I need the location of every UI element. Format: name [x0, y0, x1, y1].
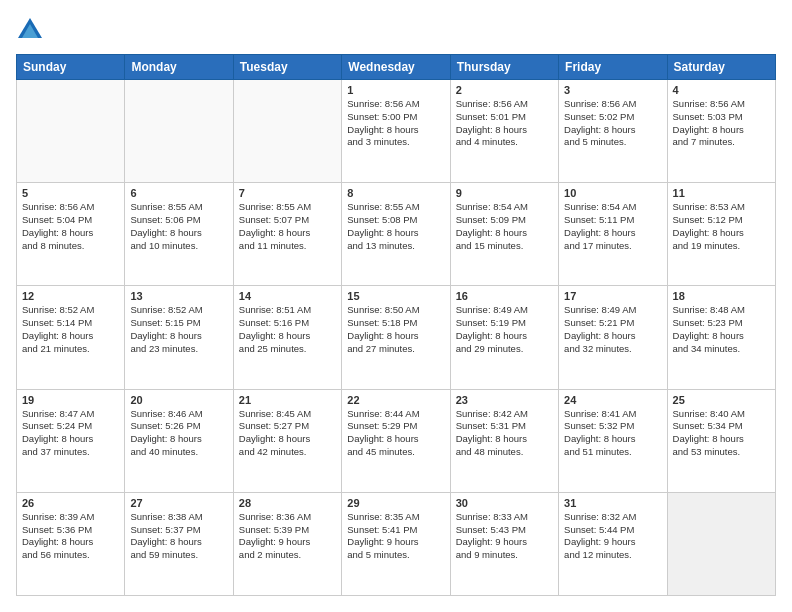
calendar-cell: 16Sunrise: 8:49 AM Sunset: 5:19 PM Dayli… [450, 286, 558, 389]
day-info: Sunrise: 8:47 AM Sunset: 5:24 PM Dayligh… [22, 408, 119, 459]
day-info: Sunrise: 8:54 AM Sunset: 5:11 PM Dayligh… [564, 201, 661, 252]
calendar-cell: 2Sunrise: 8:56 AM Sunset: 5:01 PM Daylig… [450, 80, 558, 183]
calendar-cell [667, 492, 775, 595]
header [16, 16, 776, 44]
calendar-week-row: 1Sunrise: 8:56 AM Sunset: 5:00 PM Daylig… [17, 80, 776, 183]
calendar-cell: 5Sunrise: 8:56 AM Sunset: 5:04 PM Daylig… [17, 183, 125, 286]
day-number: 13 [130, 290, 227, 302]
day-info: Sunrise: 8:44 AM Sunset: 5:29 PM Dayligh… [347, 408, 444, 459]
day-number: 6 [130, 187, 227, 199]
day-info: Sunrise: 8:32 AM Sunset: 5:44 PM Dayligh… [564, 511, 661, 562]
day-info: Sunrise: 8:55 AM Sunset: 5:06 PM Dayligh… [130, 201, 227, 252]
day-info: Sunrise: 8:49 AM Sunset: 5:21 PM Dayligh… [564, 304, 661, 355]
day-number: 19 [22, 394, 119, 406]
day-info: Sunrise: 8:46 AM Sunset: 5:26 PM Dayligh… [130, 408, 227, 459]
calendar-cell: 4Sunrise: 8:56 AM Sunset: 5:03 PM Daylig… [667, 80, 775, 183]
calendar-cell: 27Sunrise: 8:38 AM Sunset: 5:37 PM Dayli… [125, 492, 233, 595]
day-number: 4 [673, 84, 770, 96]
day-info: Sunrise: 8:51 AM Sunset: 5:16 PM Dayligh… [239, 304, 336, 355]
calendar-cell: 28Sunrise: 8:36 AM Sunset: 5:39 PM Dayli… [233, 492, 341, 595]
calendar-week-row: 12Sunrise: 8:52 AM Sunset: 5:14 PM Dayli… [17, 286, 776, 389]
day-number: 3 [564, 84, 661, 96]
day-number: 15 [347, 290, 444, 302]
calendar-cell: 8Sunrise: 8:55 AM Sunset: 5:08 PM Daylig… [342, 183, 450, 286]
calendar-cell: 18Sunrise: 8:48 AM Sunset: 5:23 PM Dayli… [667, 286, 775, 389]
calendar-cell [125, 80, 233, 183]
day-number: 11 [673, 187, 770, 199]
day-info: Sunrise: 8:56 AM Sunset: 5:02 PM Dayligh… [564, 98, 661, 149]
calendar-cell [233, 80, 341, 183]
calendar-cell: 21Sunrise: 8:45 AM Sunset: 5:27 PM Dayli… [233, 389, 341, 492]
day-number: 8 [347, 187, 444, 199]
day-info: Sunrise: 8:56 AM Sunset: 5:01 PM Dayligh… [456, 98, 553, 149]
day-info: Sunrise: 8:33 AM Sunset: 5:43 PM Dayligh… [456, 511, 553, 562]
calendar-cell: 1Sunrise: 8:56 AM Sunset: 5:00 PM Daylig… [342, 80, 450, 183]
calendar-cell: 26Sunrise: 8:39 AM Sunset: 5:36 PM Dayli… [17, 492, 125, 595]
calendar-cell: 6Sunrise: 8:55 AM Sunset: 5:06 PM Daylig… [125, 183, 233, 286]
day-number: 17 [564, 290, 661, 302]
page: SundayMondayTuesdayWednesdayThursdayFrid… [0, 0, 792, 612]
day-number: 10 [564, 187, 661, 199]
logo [16, 16, 48, 44]
calendar-header-sunday: Sunday [17, 55, 125, 80]
calendar-cell: 14Sunrise: 8:51 AM Sunset: 5:16 PM Dayli… [233, 286, 341, 389]
calendar-cell: 10Sunrise: 8:54 AM Sunset: 5:11 PM Dayli… [559, 183, 667, 286]
day-number: 16 [456, 290, 553, 302]
calendar-header-monday: Monday [125, 55, 233, 80]
day-number: 27 [130, 497, 227, 509]
calendar-week-row: 5Sunrise: 8:56 AM Sunset: 5:04 PM Daylig… [17, 183, 776, 286]
day-info: Sunrise: 8:54 AM Sunset: 5:09 PM Dayligh… [456, 201, 553, 252]
day-info: Sunrise: 8:36 AM Sunset: 5:39 PM Dayligh… [239, 511, 336, 562]
day-number: 18 [673, 290, 770, 302]
calendar-cell: 9Sunrise: 8:54 AM Sunset: 5:09 PM Daylig… [450, 183, 558, 286]
day-info: Sunrise: 8:38 AM Sunset: 5:37 PM Dayligh… [130, 511, 227, 562]
day-info: Sunrise: 8:35 AM Sunset: 5:41 PM Dayligh… [347, 511, 444, 562]
day-info: Sunrise: 8:45 AM Sunset: 5:27 PM Dayligh… [239, 408, 336, 459]
day-info: Sunrise: 8:52 AM Sunset: 5:14 PM Dayligh… [22, 304, 119, 355]
day-number: 12 [22, 290, 119, 302]
day-info: Sunrise: 8:42 AM Sunset: 5:31 PM Dayligh… [456, 408, 553, 459]
day-info: Sunrise: 8:56 AM Sunset: 5:00 PM Dayligh… [347, 98, 444, 149]
calendar-week-row: 26Sunrise: 8:39 AM Sunset: 5:36 PM Dayli… [17, 492, 776, 595]
day-number: 21 [239, 394, 336, 406]
calendar-header-friday: Friday [559, 55, 667, 80]
calendar-week-row: 19Sunrise: 8:47 AM Sunset: 5:24 PM Dayli… [17, 389, 776, 492]
calendar-header-tuesday: Tuesday [233, 55, 341, 80]
calendar-cell: 29Sunrise: 8:35 AM Sunset: 5:41 PM Dayli… [342, 492, 450, 595]
day-number: 23 [456, 394, 553, 406]
logo-icon [16, 16, 44, 44]
day-info: Sunrise: 8:40 AM Sunset: 5:34 PM Dayligh… [673, 408, 770, 459]
calendar-cell: 15Sunrise: 8:50 AM Sunset: 5:18 PM Dayli… [342, 286, 450, 389]
day-number: 25 [673, 394, 770, 406]
day-info: Sunrise: 8:56 AM Sunset: 5:04 PM Dayligh… [22, 201, 119, 252]
day-number: 9 [456, 187, 553, 199]
calendar-cell: 23Sunrise: 8:42 AM Sunset: 5:31 PM Dayli… [450, 389, 558, 492]
day-info: Sunrise: 8:55 AM Sunset: 5:07 PM Dayligh… [239, 201, 336, 252]
day-info: Sunrise: 8:41 AM Sunset: 5:32 PM Dayligh… [564, 408, 661, 459]
calendar-cell: 20Sunrise: 8:46 AM Sunset: 5:26 PM Dayli… [125, 389, 233, 492]
day-number: 24 [564, 394, 661, 406]
day-number: 2 [456, 84, 553, 96]
day-info: Sunrise: 8:53 AM Sunset: 5:12 PM Dayligh… [673, 201, 770, 252]
day-number: 14 [239, 290, 336, 302]
calendar-cell: 11Sunrise: 8:53 AM Sunset: 5:12 PM Dayli… [667, 183, 775, 286]
calendar-cell [17, 80, 125, 183]
day-number: 29 [347, 497, 444, 509]
day-info: Sunrise: 8:50 AM Sunset: 5:18 PM Dayligh… [347, 304, 444, 355]
day-number: 22 [347, 394, 444, 406]
calendar-header-row: SundayMondayTuesdayWednesdayThursdayFrid… [17, 55, 776, 80]
calendar-cell: 31Sunrise: 8:32 AM Sunset: 5:44 PM Dayli… [559, 492, 667, 595]
calendar-cell: 30Sunrise: 8:33 AM Sunset: 5:43 PM Dayli… [450, 492, 558, 595]
calendar-header-wednesday: Wednesday [342, 55, 450, 80]
day-info: Sunrise: 8:39 AM Sunset: 5:36 PM Dayligh… [22, 511, 119, 562]
day-info: Sunrise: 8:56 AM Sunset: 5:03 PM Dayligh… [673, 98, 770, 149]
calendar-cell: 22Sunrise: 8:44 AM Sunset: 5:29 PM Dayli… [342, 389, 450, 492]
day-number: 20 [130, 394, 227, 406]
day-number: 28 [239, 497, 336, 509]
day-number: 31 [564, 497, 661, 509]
day-number: 1 [347, 84, 444, 96]
calendar-cell: 25Sunrise: 8:40 AM Sunset: 5:34 PM Dayli… [667, 389, 775, 492]
calendar-cell: 13Sunrise: 8:52 AM Sunset: 5:15 PM Dayli… [125, 286, 233, 389]
calendar-table: SundayMondayTuesdayWednesdayThursdayFrid… [16, 54, 776, 596]
day-number: 30 [456, 497, 553, 509]
